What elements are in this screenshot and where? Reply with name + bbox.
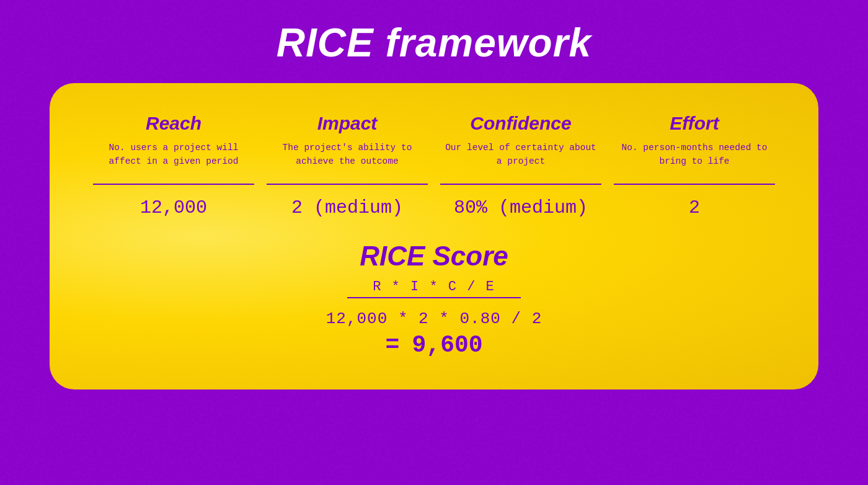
factor-title-confidence: Confidence — [470, 113, 571, 134]
factor-divider-effort — [614, 184, 775, 185]
score-result-value: 9,600 — [412, 332, 483, 358]
main-card: Reach No. users a project will affect in… — [50, 83, 818, 389]
page-title: RICE framework — [277, 20, 591, 66]
score-result-prefix: = — [385, 332, 399, 358]
factor-col-reach: Reach No. users a project will affect in… — [87, 113, 260, 218]
factor-divider-confidence — [440, 184, 601, 185]
factor-col-confidence: Confidence Our level of certainty about … — [434, 113, 608, 218]
score-title: RICE Score — [360, 241, 508, 272]
factor-divider-reach — [93, 184, 254, 185]
score-formula-numeric: 12,000 * 2 * 0.80 / 2 — [326, 309, 542, 328]
factor-desc-reach: No. users a project will affect in a giv… — [93, 141, 254, 174]
score-formula-symbolic: R * I * C / E — [373, 279, 495, 295]
score-formula-divider — [347, 297, 521, 298]
factor-value-reach: 12,000 — [140, 197, 207, 218]
factor-desc-confidence: Our level of certainty about a project — [440, 141, 601, 174]
factor-title-impact: Impact — [317, 113, 378, 134]
score-result: = 9,600 — [385, 332, 482, 358]
factor-col-effort: Effort No. person-months needed to bring… — [608, 113, 781, 218]
factors-row: Reach No. users a project will affect in… — [87, 113, 781, 218]
factor-divider-impact — [267, 184, 428, 185]
factor-value-confidence: 80% (medium) — [454, 197, 588, 218]
factor-title-reach: Reach — [146, 113, 202, 134]
score-section: RICE Score R * I * C / E 12,000 * 2 * 0.… — [87, 241, 781, 358]
factor-value-impact: 2 (medium) — [291, 197, 403, 218]
factor-value-effort: 2 — [689, 197, 700, 218]
factor-title-effort: Effort — [670, 113, 719, 134]
factor-desc-effort: No. person-months needed to bring to lif… — [614, 141, 775, 174]
factor-col-impact: Impact The project's ability to achieve … — [260, 113, 434, 218]
factor-desc-impact: The project's ability to achieve the out… — [267, 141, 428, 174]
